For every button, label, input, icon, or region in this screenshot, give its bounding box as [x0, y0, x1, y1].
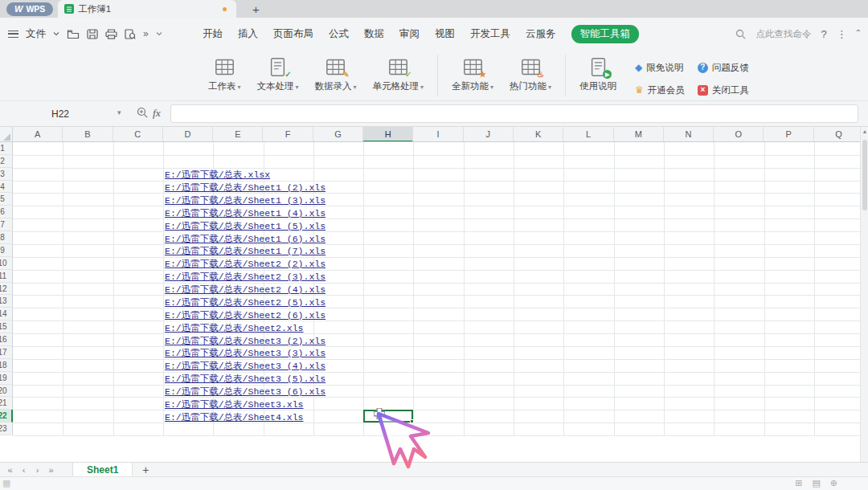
cell-hyperlink[interactable]: E:/迅雷下载/总表/Sheet2 (5).xls: [165, 296, 326, 308]
cell-hyperlink[interactable]: E:/迅雷下载/总表/Sheet2 (3).xls: [165, 271, 326, 283]
sheet-nav-button-2[interactable]: ‹: [17, 465, 31, 475]
row-header-23[interactable]: 23: [0, 423, 13, 435]
column-header-N[interactable]: N: [664, 127, 714, 142]
row-header-8[interactable]: 8: [0, 231, 13, 244]
select-all-corner[interactable]: [0, 127, 13, 142]
row-header-9[interactable]: 9: [0, 244, 13, 257]
sheet-nav-button-3[interactable]: ›: [31, 465, 44, 475]
column-header-H[interactable]: H: [363, 127, 413, 142]
print-preview-icon[interactable]: [125, 29, 136, 39]
toolbar-customize-caret-icon[interactable]: [156, 31, 162, 36]
menu-tab-10[interactable]: 智能工具箱: [571, 25, 640, 43]
cell-hyperlink[interactable]: E:/迅雷下载/总表/Sheet1 (4).xls: [165, 207, 326, 219]
name-box[interactable]: H22: [0, 101, 121, 126]
menu-tab-2[interactable]: 插入: [238, 27, 258, 41]
collapse-ribbon-icon[interactable]: ˆ: [857, 28, 860, 40]
add-sheet-button[interactable]: +: [142, 463, 149, 476]
cell-hyperlink[interactable]: E:/迅雷下载/总表/Sheet1 (5).xls: [165, 220, 326, 232]
cell-hyperlink[interactable]: E:/迅雷下载/总表/Sheet3.xls: [165, 398, 304, 410]
more-options-icon[interactable]: ⋮: [837, 28, 847, 40]
row-header-13[interactable]: 13: [0, 295, 13, 308]
view-mode-icon-2[interactable]: ▤: [812, 478, 820, 488]
row-header-17[interactable]: 17: [0, 346, 13, 359]
row-header-5[interactable]: 5: [0, 193, 13, 206]
cell-hyperlink[interactable]: E:/迅雷下载/总表/Sheet2 (2).xls: [165, 258, 326, 270]
column-header-F[interactable]: F: [264, 127, 313, 142]
row-header-21[interactable]: 21: [0, 397, 13, 410]
menu-tab-6[interactable]: 审阅: [399, 27, 420, 41]
command-search-hint[interactable]: 点此查找命令: [755, 28, 811, 40]
menu-tab-8[interactable]: 开发工具: [470, 27, 510, 41]
ribbon-button-文本处理[interactable]: ✓文本处理▾: [252, 54, 305, 94]
help-icon[interactable]: ?: [821, 28, 826, 40]
mini-button-关闭工具[interactable]: ×关闭工具: [698, 81, 749, 99]
cell-hyperlink[interactable]: E:/迅雷下载/总表/Sheet2 (4).xls: [165, 284, 326, 296]
menu-tab-1[interactable]: 开始: [203, 27, 223, 41]
insert-function-fx-icon[interactable]: fx: [153, 107, 161, 120]
row-header-19[interactable]: 19: [0, 372, 13, 385]
row-header-22[interactable]: 22: [0, 410, 13, 423]
row-header-6[interactable]: 6: [0, 206, 13, 218]
scroll-up-icon[interactable]: ▲: [862, 129, 868, 134]
print-icon[interactable]: [105, 29, 117, 39]
column-header-J[interactable]: J: [464, 127, 514, 142]
cell-hyperlink[interactable]: E:/迅雷下载/总表/Sheet3 (4).xls: [165, 360, 326, 372]
column-header-A[interactable]: A: [13, 127, 63, 142]
column-header-D[interactable]: D: [163, 127, 213, 142]
column-header-M[interactable]: M: [614, 127, 664, 142]
row-header-7[interactable]: 7: [0, 218, 13, 231]
cell-hyperlink[interactable]: E:/迅雷下载/总表/Sheet1 (7).xls: [165, 245, 326, 257]
view-mode-icon-3[interactable]: ⊕: [830, 478, 837, 488]
vertical-scrollbar[interactable]: ▲: [860, 127, 868, 462]
new-document-tab-button[interactable]: +: [248, 2, 264, 16]
vertical-scroll-thumb[interactable]: [862, 140, 867, 210]
menu-tab-3[interactable]: 页面布局: [273, 27, 313, 41]
column-header-O[interactable]: O: [714, 127, 764, 142]
save-icon[interactable]: [87, 29, 98, 39]
row-header-12[interactable]: 12: [0, 283, 13, 296]
menu-tab-4[interactable]: 公式: [329, 27, 349, 41]
row-header-15[interactable]: 15: [0, 321, 13, 333]
cell-hyperlink[interactable]: E:/迅雷下载/总表/Sheet3 (2).xls: [165, 335, 326, 347]
cell-hyperlink[interactable]: E:/迅雷下载/总表/Sheet2.xls: [165, 322, 304, 334]
cell-hyperlink[interactable]: E:/迅雷下载/总表.xlsx: [165, 169, 270, 181]
row-header-20[interactable]: 20: [0, 385, 13, 398]
column-header-B[interactable]: B: [63, 127, 113, 142]
row-header-10[interactable]: 10: [0, 257, 13, 270]
cell-hyperlink[interactable]: E:/迅雷下载/总表/Sheet3 (3).xls: [165, 347, 326, 359]
menu-tab-9[interactable]: 云服务: [526, 27, 556, 41]
grid-area[interactable]: 1234567891011121314151617181920212223E:/…: [0, 142, 860, 436]
file-caret-down-icon[interactable]: [53, 31, 59, 36]
cell-hyperlink[interactable]: E:/迅雷下载/总表/Sheet4.xls: [165, 411, 304, 423]
cell-hyperlink[interactable]: E:/迅雷下载/总表/Sheet1 (3).xls: [165, 194, 326, 206]
hamburger-menu-icon[interactable]: [8, 31, 18, 38]
row-header-3[interactable]: 3: [0, 168, 13, 181]
document-tab[interactable]: 工作簿1: [58, 0, 236, 18]
zoom-magnifier-icon[interactable]: [137, 107, 149, 122]
cell-hyperlink[interactable]: E:/迅雷下载/总表/Sheet2 (6).xls: [165, 309, 326, 321]
name-box-caret-icon[interactable]: ▾: [117, 108, 121, 116]
menu-tab-5[interactable]: 数据: [364, 27, 384, 41]
ribbon-button-热门功能[interactable]: ♨热门功能▾: [504, 54, 557, 94]
column-header-L[interactable]: L: [563, 127, 613, 142]
ribbon-button-工作表[interactable]: 工作表▾: [203, 54, 247, 94]
column-header-G[interactable]: G: [313, 127, 363, 142]
ribbon-button-使用说明[interactable]: ▶使用说明: [574, 54, 622, 94]
column-header-P[interactable]: P: [764, 127, 814, 142]
row-header-11[interactable]: 11: [0, 270, 13, 283]
column-header-Q[interactable]: Q: [814, 127, 860, 142]
row-header-2[interactable]: 2: [0, 155, 13, 168]
wps-menu-button[interactable]: W WPS: [6, 2, 53, 16]
column-header-K[interactable]: K: [514, 127, 563, 142]
mini-button-限免说明[interactable]: ◆限免说明: [635, 59, 685, 76]
cell-hyperlink[interactable]: E:/迅雷下载/总表/Sheet1 (6).xls: [165, 233, 326, 245]
toolbar-overflow-icon[interactable]: »: [143, 28, 149, 39]
file-menu-button[interactable]: 文件: [26, 27, 46, 41]
sheet-tab-sheet1[interactable]: Sheet1: [72, 463, 133, 477]
open-folder-icon[interactable]: [67, 29, 80, 39]
formula-input[interactable]: [170, 104, 858, 123]
ribbon-button-数据录入[interactable]: ✎数据录入▾: [309, 54, 362, 94]
search-icon[interactable]: [735, 29, 746, 39]
column-header-C[interactable]: C: [113, 127, 163, 142]
view-mode-icon-1[interactable]: ⊞: [795, 478, 802, 488]
